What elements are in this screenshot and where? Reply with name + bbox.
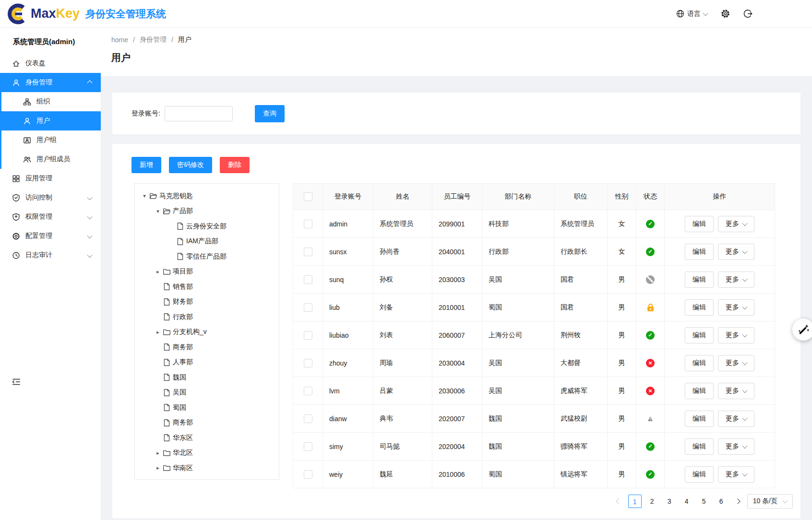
row-checkbox[interactable]: [304, 359, 312, 367]
row-checkbox[interactable]: [304, 387, 312, 395]
logout-icon[interactable]: [743, 9, 752, 18]
breadcrumb-home[interactable]: home: [111, 36, 128, 44]
tree-node[interactable]: 销售部: [135, 279, 279, 295]
tree-node[interactable]: 魏国: [135, 370, 279, 385]
more-button[interactable]: 更多: [718, 216, 754, 232]
table-row: sunsx 孙尚香 2040001 行政部 行政部长 女 ✓ 编辑 更多: [293, 238, 775, 266]
pagination-page-6[interactable]: 6: [715, 495, 728, 508]
page-size-select[interactable]: 10 条/页: [747, 494, 793, 508]
table-row: zhouy 周瑜 2030004 吴国 大都督 男 × 编辑 更多: [293, 349, 775, 377]
tree-node[interactable]: 吴国: [135, 385, 279, 401]
magic-wand-floating-button[interactable]: [792, 319, 812, 341]
sidebar-item-identity[interactable]: 身份管理: [1, 73, 101, 92]
sidebar-item-organization[interactable]: 组织: [1, 92, 101, 111]
edit-button[interactable]: 编辑: [685, 411, 714, 427]
language-menu[interactable]: 语言: [676, 10, 707, 18]
tree-node[interactable]: IAM产品部: [135, 234, 279, 249]
tree-node[interactable]: 华东区: [135, 430, 279, 446]
edit-button[interactable]: 编辑: [685, 327, 714, 343]
sidebar-item-users[interactable]: 用户: [1, 111, 101, 130]
row-checkbox[interactable]: [304, 331, 312, 340]
tree-node[interactable]: 人事部: [135, 355, 279, 370]
tree-node[interactable]: 商务部: [135, 415, 279, 431]
change-password-button[interactable]: 密码修改: [169, 157, 212, 173]
more-button[interactable]: 更多: [718, 383, 754, 399]
edit-button[interactable]: 编辑: [685, 466, 714, 483]
file-icon: [176, 237, 184, 246]
edit-button[interactable]: 编辑: [685, 299, 714, 316]
pagination-page-5[interactable]: 5: [697, 495, 711, 508]
tree-caret-icon[interactable]: ▾: [140, 193, 149, 199]
edit-button[interactable]: 编辑: [685, 355, 714, 371]
name-cell: 魏延: [373, 461, 432, 488]
edit-button[interactable]: 编辑: [685, 438, 714, 455]
tree-node[interactable]: 零信任产品部: [135, 249, 279, 264]
login-account-cell: zhouy: [323, 349, 373, 377]
row-select-cell: [293, 321, 323, 349]
more-button[interactable]: 更多: [718, 355, 754, 371]
sidebar-item-dashboard[interactable]: 仪表盘: [0, 54, 101, 73]
settings-gear-icon[interactable]: [721, 9, 730, 18]
tree-node[interactable]: ▾ 产品部: [135, 204, 279, 219]
pagination-prev-icon[interactable]: [613, 495, 624, 508]
row-checkbox[interactable]: [304, 470, 312, 479]
row-checkbox[interactable]: [304, 220, 312, 228]
delete-button[interactable]: 删除: [220, 157, 250, 173]
pagination-page-4[interactable]: 4: [680, 495, 693, 508]
tree-caret-icon[interactable]: ▾: [153, 208, 163, 214]
tree-caret-icon[interactable]: ▸: [153, 465, 163, 471]
status-cell: ✓: [636, 210, 665, 238]
chevron-down-icon: [742, 415, 747, 420]
sidebar-item-audit[interactable]: 日志审计: [0, 246, 101, 265]
more-button[interactable]: 更多: [718, 466, 754, 483]
sidebar-item-group-members[interactable]: 用户组成员: [1, 150, 101, 169]
query-button[interactable]: 查询: [255, 105, 285, 122]
tree-node[interactable]: 行政部: [135, 309, 279, 325]
login-account-cell: lvm: [323, 377, 373, 405]
menu-fold-icon[interactable]: [12, 377, 21, 387]
row-checkbox[interactable]: [304, 414, 312, 423]
tree-node[interactable]: 云身份安全部: [135, 219, 279, 234]
tree-node[interactable]: ▸ 项目部: [135, 264, 279, 280]
more-button[interactable]: 更多: [718, 299, 754, 316]
more-button[interactable]: 更多: [718, 272, 754, 288]
sidebar-item-user-groups[interactable]: 用户组: [1, 130, 101, 150]
tree-node[interactable]: ▾ 马克思钥匙: [135, 189, 279, 204]
tree-node[interactable]: 商务部: [135, 340, 279, 355]
sidebar-item-apps[interactable]: 应用管理: [0, 169, 101, 188]
row-select-cell: [293, 461, 323, 488]
employee-id-cell: 2030006: [432, 377, 482, 405]
more-button[interactable]: 更多: [718, 438, 754, 455]
pagination-page-1[interactable]: 1: [628, 495, 642, 508]
edit-button[interactable]: 编辑: [685, 216, 714, 232]
breadcrumb-identity[interactable]: 身份管理: [140, 35, 167, 44]
sidebar-item-access-control[interactable]: 访问控制: [0, 188, 101, 207]
edit-button[interactable]: 编辑: [685, 244, 714, 260]
tree-node[interactable]: ▸ 华北区: [135, 446, 279, 461]
pagination-page-2[interactable]: 2: [645, 495, 659, 508]
edit-button[interactable]: 编辑: [685, 272, 714, 288]
more-button[interactable]: 更多: [718, 327, 754, 343]
row-checkbox[interactable]: [304, 275, 312, 284]
tree-node[interactable]: ▸ 华南区: [135, 461, 279, 476]
more-button[interactable]: 更多: [718, 244, 754, 260]
sidebar-item-configuration[interactable]: 配置管理: [0, 226, 101, 246]
row-checkbox[interactable]: [304, 442, 312, 451]
row-checkbox[interactable]: [304, 248, 312, 256]
pagination-next-icon[interactable]: [732, 495, 743, 508]
tree-caret-icon[interactable]: ▸: [153, 329, 163, 335]
tree-node[interactable]: 蜀国: [135, 400, 279, 415]
row-checkbox[interactable]: [304, 303, 312, 312]
login-account-input[interactable]: [165, 106, 233, 121]
tree-node[interactable]: 财务部: [135, 295, 279, 310]
edit-button[interactable]: 编辑: [685, 383, 714, 399]
add-button[interactable]: 新增: [131, 157, 161, 173]
more-button[interactable]: 更多: [718, 411, 754, 427]
pagination-page-3[interactable]: 3: [663, 495, 676, 508]
brand: MaxKey 身份安全管理系统: [7, 0, 166, 27]
tree-node[interactable]: ▸ 分支机构_v: [135, 325, 279, 340]
tree-caret-icon[interactable]: ▸: [153, 450, 163, 456]
sidebar-item-permissions[interactable]: 权限管理: [0, 207, 101, 226]
select-all-checkbox[interactable]: [304, 192, 312, 201]
tree-caret-icon[interactable]: ▸: [153, 269, 163, 275]
